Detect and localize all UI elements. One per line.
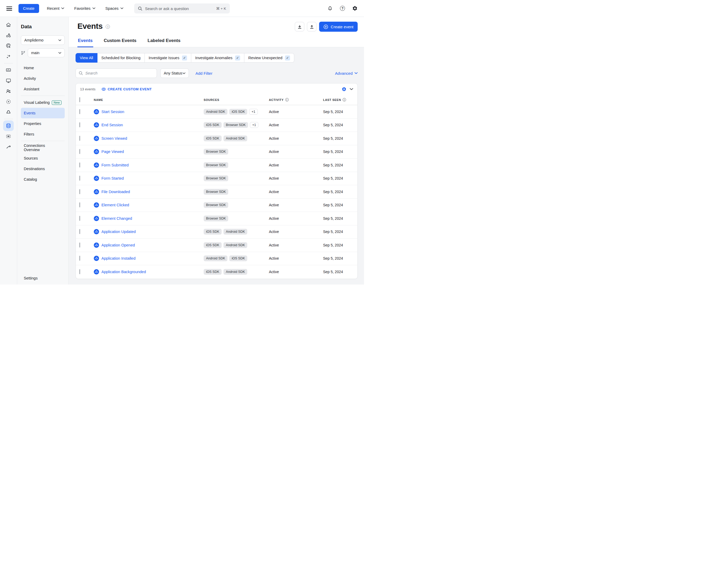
column-header-activity[interactable]: ACTIVITYi	[269, 98, 323, 101]
displays-icon[interactable]	[3, 75, 14, 86]
event-name-link[interactable]: Form Submitted	[101, 163, 129, 167]
sidebar-item-properties[interactable]: Properties	[21, 118, 65, 129]
more-sources-badge[interactable]: +1	[250, 122, 258, 128]
experiments-icon[interactable]	[3, 107, 14, 118]
chevron-down-icon	[120, 7, 123, 9]
add-filter-link[interactable]: Add Filter	[195, 71, 212, 76]
home-icon[interactable]	[3, 20, 14, 30]
tab-custom-events[interactable]: Custom Events	[103, 36, 137, 47]
check-icon: ✓	[285, 55, 290, 60]
more-sources-badge[interactable]: +1	[249, 109, 258, 115]
journeys-icon[interactable]	[3, 142, 14, 152]
row-checkbox[interactable]	[80, 109, 80, 114]
source-badge: Browser SDK	[204, 189, 228, 195]
info-icon[interactable]: i	[343, 98, 346, 101]
event-name-link[interactable]: Start Session	[101, 110, 124, 114]
column-header-name[interactable]: NAME	[94, 98, 204, 101]
activity-cell: Active	[269, 190, 323, 194]
ai-sparkles-icon[interactable]	[3, 51, 14, 62]
branch-selector[interactable]: main	[28, 48, 65, 57]
event-name-link[interactable]: Screen Viewed	[101, 136, 127, 141]
objects-icon[interactable]	[3, 30, 14, 41]
segment-review-unexpected[interactable]: Review Unexpected✓	[244, 53, 294, 63]
global-search-input[interactable]	[145, 6, 213, 11]
selection-frame-icon[interactable]	[3, 131, 14, 142]
tab-events[interactable]: Events	[77, 36, 93, 47]
event-name-link[interactable]: Page Viewed	[101, 150, 124, 154]
table-settings-gear-icon[interactable]	[342, 87, 347, 92]
sidebar-item-visual-labeling[interactable]: Visual Labeling New	[21, 97, 65, 108]
row-checkbox[interactable]	[80, 189, 80, 194]
event-name-link[interactable]: End Session	[101, 123, 123, 127]
events-search-input[interactable]	[85, 71, 154, 75]
status-filter-select[interactable]: Any Status	[160, 68, 189, 78]
create-event-button[interactable]: Create event	[319, 22, 358, 32]
event-name-link[interactable]: File Downloaded	[101, 190, 130, 194]
sidebar-item-assistant[interactable]: Assistant	[21, 84, 65, 94]
sources-cell: Browser SDK	[204, 162, 269, 168]
sidebar-item-sources[interactable]: Sources	[21, 153, 65, 164]
sidebar-item-settings[interactable]: Settings	[24, 276, 38, 280]
column-header-last-seen[interactable]: LAST SEENi	[323, 98, 353, 101]
advanced-link[interactable]: Advanced	[335, 71, 358, 76]
chevron-down-icon[interactable]	[350, 88, 353, 90]
sidebar-item-filters[interactable]: Filters	[21, 129, 65, 139]
git-branch-icon	[21, 51, 25, 55]
settings-gear-icon[interactable]	[352, 6, 358, 11]
row-checkbox[interactable]	[80, 136, 80, 141]
sidebar-item-activity[interactable]: Activity	[21, 73, 65, 84]
session-replay-icon[interactable]	[3, 96, 14, 107]
tab-labeled-events[interactable]: Labeled Events	[147, 36, 181, 47]
row-checkbox[interactable]	[80, 162, 80, 167]
event-name-link[interactable]: Application Opened	[101, 243, 135, 247]
select-all-checkbox[interactable]	[80, 97, 80, 102]
data-icon[interactable]	[3, 120, 14, 131]
row-checkbox[interactable]	[80, 242, 80, 248]
column-header-sources[interactable]: SOURCES	[204, 98, 269, 101]
segment-scheduled-for-blocking[interactable]: Scheduled for Blocking	[97, 53, 145, 63]
event-name-link[interactable]: Application Updated	[101, 230, 136, 234]
event-name-link[interactable]: Application Installed	[101, 256, 136, 260]
sidebar-item-destinations[interactable]: Destinations	[21, 164, 65, 174]
hamburger-menu-icon[interactable]	[6, 6, 12, 11]
menu-recent[interactable]: Recent	[47, 6, 64, 11]
header-actions: Create event	[295, 22, 358, 32]
segment-view-all[interactable]: View All	[76, 53, 97, 63]
events-search[interactable]	[76, 68, 157, 78]
row-checkbox[interactable]	[80, 149, 80, 154]
row-checkbox[interactable]	[80, 229, 80, 234]
help-icon[interactable]: ?	[340, 6, 345, 11]
event-name-link[interactable]: Application Backgrounded	[101, 270, 146, 274]
create-button[interactable]: Create	[18, 4, 39, 13]
dashboards-icon[interactable]	[3, 65, 14, 75]
activity-cell: Active	[269, 163, 323, 167]
row-checkbox[interactable]	[80, 256, 80, 261]
sidebar-item-home[interactable]: Home	[21, 63, 65, 73]
global-search[interactable]: ⌘ + K	[134, 3, 230, 13]
menu-favorites[interactable]: Favorites	[74, 6, 95, 11]
sidebar-item-connections-overview[interactable]: Connections Overview	[21, 142, 65, 153]
sidebar-item-catalog[interactable]: Catalog	[21, 174, 65, 185]
row-checkbox[interactable]	[80, 269, 80, 274]
sidebar-item-events[interactable]: Events	[21, 108, 65, 118]
upload-button[interactable]	[307, 22, 316, 31]
event-name-link[interactable]: Element Changed	[101, 216, 132, 221]
event-name-link[interactable]: Form Started	[101, 176, 124, 180]
event-name-link[interactable]: Element Clicked	[101, 203, 129, 207]
info-icon[interactable]: i	[106, 25, 110, 29]
web-click-icon[interactable]	[3, 41, 14, 51]
users-icon[interactable]	[3, 86, 14, 96]
notifications-bell-icon[interactable]	[327, 6, 333, 11]
create-custom-event-link[interactable]: CREATE CUSTOM EVENT	[101, 87, 152, 91]
sources-cell: Browser SDK	[204, 189, 269, 195]
row-checkbox[interactable]	[80, 122, 80, 127]
row-checkbox[interactable]	[80, 176, 80, 181]
info-icon[interactable]: i	[285, 98, 289, 101]
menu-spaces[interactable]: Spaces	[105, 6, 123, 11]
download-button[interactable]	[295, 22, 304, 31]
segment-investigate-issues[interactable]: Investigate Issues✓	[145, 53, 191, 63]
row-checkbox[interactable]	[80, 202, 80, 207]
row-checkbox[interactable]	[80, 216, 80, 221]
segment-investigate-anomalies[interactable]: Investigate Anomalies✓	[191, 53, 244, 63]
project-selector[interactable]: Amplidemo	[21, 35, 65, 45]
